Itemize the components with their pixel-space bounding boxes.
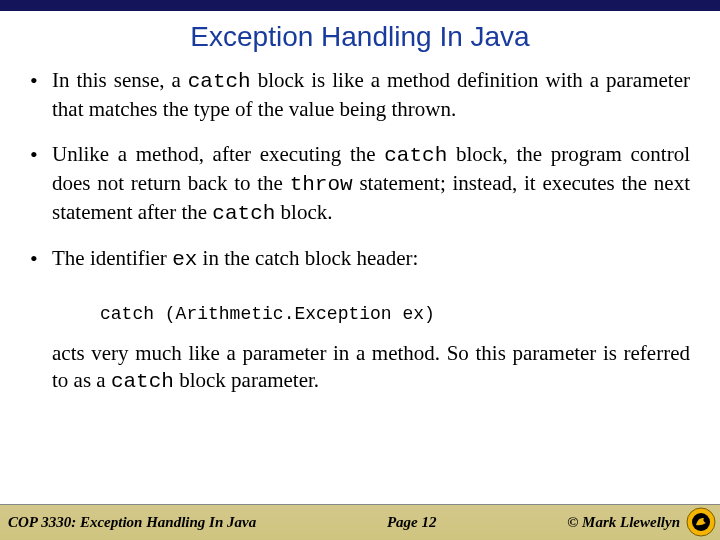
slide: Exception Handling In Java In this sense… [0, 0, 720, 540]
footer-page: Page 12 [256, 514, 567, 531]
bullet-item: Unlike a method, after executing the cat… [22, 141, 690, 246]
slide-content: In this sense, a catch block is like a m… [0, 67, 720, 396]
after-code-text: acts very much like a parameter in a met… [22, 340, 690, 396]
code-span: catch [384, 144, 447, 167]
top-border-bar [0, 0, 720, 11]
code-span: catch [212, 202, 275, 225]
code-example: catch (Arithmetic.Exception ex) [100, 304, 690, 324]
code-span: catch [111, 370, 174, 393]
footer-bar: COP 3330: Exception Handling In Java Pag… [0, 504, 720, 540]
footer-course: COP 3330: Exception Handling In Java [0, 514, 256, 531]
bullet-list: In this sense, a catch block is like a m… [22, 67, 690, 292]
code-span: ex [172, 248, 197, 271]
code-span: catch [188, 70, 251, 93]
bullet-item: The identifier ex in the catch block hea… [22, 245, 690, 292]
slide-title: Exception Handling In Java [0, 21, 720, 53]
bullet-item: In this sense, a catch block is like a m… [22, 67, 690, 141]
code-span: throw [290, 173, 353, 196]
ucf-pegasus-logo-icon [686, 507, 716, 537]
